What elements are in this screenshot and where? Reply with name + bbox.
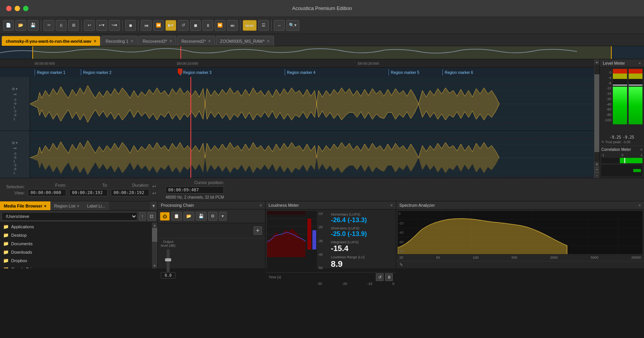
tab-recording-close[interactable]: ×	[131, 38, 133, 44]
browser-scroll-track[interactable]	[152, 228, 157, 263]
tab-label-list[interactable]: Label Li...	[83, 201, 109, 210]
undo-dropdown[interactable]: ↩▾	[96, 20, 107, 31]
tab-zoom-label: ZOOM0005_MS_RAW*	[220, 39, 265, 44]
proc-power-btn[interactable]: ⏻	[160, 212, 170, 221]
spectrum-x-scale: 20 50 100 500 2000 5000 20000	[396, 256, 644, 261]
file-item-downloads[interactable]: 📁 Downloads	[0, 248, 152, 256]
rewind-button[interactable]: ⏪	[153, 20, 164, 31]
proc-dropdown-btn[interactable]: ▾	[219, 212, 227, 221]
proc-settings-btn[interactable]: ⚙	[208, 212, 217, 221]
new-button[interactable]: 📄	[3, 20, 14, 31]
browser-refresh-btn[interactable]: ⊡	[147, 212, 156, 221]
tab-recovered3[interactable]: Recovered3* ×	[138, 36, 177, 46]
proc-add-btn[interactable]: +	[254, 226, 262, 235]
view-to-field[interactable]	[69, 189, 108, 196]
file-item-googledrive[interactable]: 📁 Google Drive	[0, 265, 152, 268]
corr-graph	[601, 165, 642, 176]
search-button[interactable]: 🔍▾	[286, 20, 299, 31]
tab-recovered2[interactable]: Recovered2* ×	[177, 36, 215, 46]
go-start-button[interactable]: ⏮	[141, 20, 152, 31]
file-item-applications[interactable]: 📁 Applications	[0, 223, 152, 231]
waveform-container[interactable]: 00:00:00:000 |00:00:10:000 |00:00:20:000…	[0, 59, 594, 178]
browser-scrollbar[interactable]: ▲ ▼	[152, 223, 157, 268]
proc-close[interactable]: ×	[260, 203, 262, 207]
track-2-waveform[interactable]	[30, 131, 594, 178]
file-item-dropbox[interactable]: 📁 Dropbox	[0, 256, 152, 265]
loop-button[interactable]: ⏭⏭	[243, 20, 257, 31]
play-button[interactable]: ▶▾	[165, 20, 176, 31]
save-button[interactable]: 💾	[28, 20, 38, 31]
tab-main-close[interactable]: ×	[93, 38, 96, 44]
proc-save-btn[interactable]: 💾	[196, 212, 207, 221]
sel-undo-btn[interactable]: ↩	[152, 184, 156, 189]
tab-region-list-close[interactable]: ×	[77, 204, 79, 208]
zoom-in-v-btn[interactable]: +	[594, 167, 599, 172]
loudness-momentary-value: -26.4 (-13.3)	[331, 216, 393, 224]
tab-recovered2-close[interactable]: ×	[208, 38, 211, 44]
browser-path[interactable]: /Users/steve	[2, 212, 137, 221]
paste-button[interactable]: ⊞	[68, 20, 79, 31]
tab-region-list[interactable]: Region List ×	[50, 201, 83, 210]
tab-media-browser-close[interactable]: ×	[44, 204, 46, 208]
browser-scroll-up[interactable]: ▲	[152, 223, 157, 228]
tab-recording[interactable]: Recording 1 ×	[101, 36, 137, 46]
spectrum-y-scale: 0 -20 -40 -60 -80	[399, 211, 404, 254]
spectrum-settings-icon[interactable]: ✎	[399, 262, 403, 268]
open-button[interactable]: 📂	[15, 20, 26, 31]
pause-button[interactable]: ⏸	[202, 20, 213, 31]
tab-zoom[interactable]: ZOOM0005_MS_RAW* ×	[216, 36, 274, 46]
loudness-integrated-label: Integrated (LUFS)	[331, 240, 393, 244]
loudness-close[interactable]: ×	[390, 203, 393, 207]
copy-button[interactable]: ⎘	[56, 20, 67, 31]
zoom-out-v-btn[interactable]: -	[594, 172, 599, 178]
file-list[interactable]: 📁 Applications 📁 Desktop 📁 Documents 📁 D…	[0, 223, 152, 268]
scroll-up-btn[interactable]: ▲	[594, 59, 599, 65]
main-area: 00:00:00:000 |00:00:10:000 |00:00:20:000…	[0, 59, 644, 178]
panel-tab-arrow[interactable]: ▾	[150, 201, 157, 210]
loudness-reset-btn[interactable]: ↺	[376, 273, 384, 281]
view-dur-field[interactable]	[111, 189, 149, 196]
maximize-button[interactable]	[23, 6, 28, 11]
redo-button[interactable]: ↪▾	[109, 20, 120, 31]
track-1-waveform[interactable]	[30, 77, 594, 131]
time-mark-20: |00:00:20:000	[358, 62, 379, 65]
snap-button[interactable]: ↔	[274, 20, 285, 31]
v-scroll-track[interactable]	[594, 65, 599, 162]
v-scrollbar[interactable]: ▲ ▼ + -	[594, 59, 599, 178]
minimize-button[interactable]	[15, 6, 20, 11]
track-2-expand[interactable]: ⊞ ▾	[12, 141, 18, 145]
loudness-pause-btn[interactable]: ⏸	[385, 273, 393, 281]
spectrum-close[interactable]: ×	[639, 203, 641, 207]
stop-button[interactable]: ⏹	[190, 20, 201, 31]
scroll-down-btn[interactable]: ▼	[594, 162, 599, 167]
overview-bar[interactable]	[0, 46, 644, 59]
level-meter-close[interactable]: ×	[639, 61, 641, 65]
tab-recovered3-close[interactable]: ×	[169, 38, 172, 44]
browser-up-btn[interactable]: ↑	[139, 212, 146, 221]
correlation-close[interactable]: ×	[640, 147, 642, 152]
fader-value[interactable]	[161, 272, 175, 279]
undo-button[interactable]: ↩	[84, 20, 95, 31]
tab-media-browser[interactable]: Media File Browser ×	[0, 201, 50, 210]
file-item-documents[interactable]: 📁 Documents	[0, 239, 152, 248]
close-button[interactable]	[6, 6, 12, 11]
view-undo-btn[interactable]: ↩	[152, 191, 156, 196]
proc-clipboard-btn[interactable]: 📋	[171, 212, 182, 221]
go-end-button[interactable]: ⏭	[227, 20, 238, 31]
record-button[interactable]: ⏺	[125, 20, 136, 31]
cut-button[interactable]: ✂	[43, 20, 54, 31]
tab-main-file[interactable]: chomsky-if-you-want-to-run-the-world.wav…	[2, 36, 100, 46]
fader-track[interactable]	[167, 249, 170, 272]
tab-zoom-close[interactable]: ×	[267, 38, 270, 44]
browser-scroll-down[interactable]: ▼	[152, 263, 157, 268]
window-controls[interactable]	[6, 6, 28, 11]
list-button[interactable]: ☰	[258, 20, 269, 31]
fast-forward-button[interactable]: ⏩	[215, 20, 225, 31]
view-from-field[interactable]	[28, 189, 66, 196]
track-1-expand[interactable]: ⊞ ▾	[12, 87, 18, 91]
fader-thumb[interactable]	[165, 258, 171, 261]
loop-back-button[interactable]: ↺	[178, 20, 189, 31]
file-item-desktop[interactable]: 📁 Desktop	[0, 231, 152, 239]
correlation-meter-panel: Correlation Meter × -1 0 1	[600, 146, 644, 178]
proc-open-btn[interactable]: 📂	[184, 212, 194, 221]
